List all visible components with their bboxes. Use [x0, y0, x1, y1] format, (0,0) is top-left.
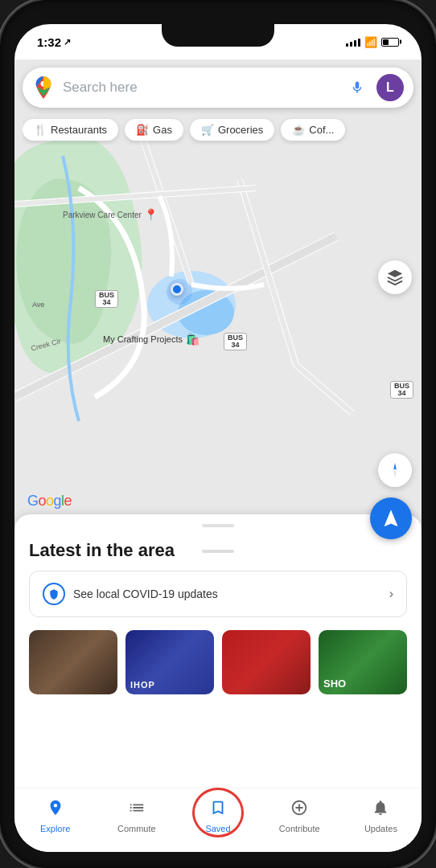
thumbnail-2[interactable]: IHOP	[125, 630, 214, 694]
coffee-icon: ☕	[292, 124, 305, 136]
ave-label: Ave	[32, 301, 44, 309]
drag-handle-bar	[202, 550, 234, 553]
coffee-label: Cof...	[309, 124, 334, 136]
compass-icon	[386, 461, 404, 479]
phone-frame: 1:32 ↗ 📶	[0, 0, 436, 868]
nav-explore[interactable]: Explore	[14, 792, 96, 840]
parkview-pin-icon: 📍	[144, 208, 158, 221]
covid-text: See local COVID-19 updates	[73, 588, 218, 600]
wifi-icon: 📶	[364, 36, 377, 48]
navigate-icon	[380, 508, 401, 529]
gas-label: Gas	[153, 124, 172, 136]
svg-marker-3	[393, 470, 397, 477]
updates-icon	[372, 799, 389, 821]
covid-banner[interactable]: See local COVID-19 updates ›	[29, 571, 407, 617]
thumbnails-row: IHOP SHO	[14, 630, 422, 694]
restaurants-icon: 🍴	[34, 124, 47, 136]
updates-label: Updates	[364, 824, 397, 833]
commute-icon	[128, 799, 146, 821]
time-display: 1:32	[37, 35, 61, 49]
signal-icon	[346, 37, 360, 47]
explore-label: Explore	[40, 824, 70, 833]
groceries-icon: 🛒	[201, 124, 214, 136]
sho-label: SHO	[323, 678, 346, 690]
navigate-button[interactable]	[370, 497, 412, 539]
search-placeholder: Search here	[63, 80, 344, 96]
crafting-projects-label: My Crafting Projects 🛍️	[103, 333, 199, 346]
compass-button[interactable]	[378, 453, 412, 487]
latest-title: Latest in the area	[14, 527, 422, 571]
groceries-pill[interactable]: 🛒 Groceries	[190, 119, 274, 141]
layers-button[interactable]	[378, 260, 412, 294]
google-logo: Google	[27, 493, 72, 510]
bus-shield-3: BUS 34	[390, 381, 413, 399]
gas-icon: ⛽	[136, 124, 149, 136]
groceries-label: Groceries	[218, 124, 263, 136]
ihop-label: IHOP	[130, 680, 155, 690]
nav-commute[interactable]: Commute	[96, 792, 177, 840]
shopping-bag-icon: 🛍️	[186, 333, 199, 346]
notch	[162, 24, 274, 47]
thumbnail-4[interactable]: SHO	[319, 630, 407, 694]
bottom-nav: Explore Commute Saved	[14, 788, 422, 852]
screen-content: BUS 34 BUS 34 BUS 34 Parkview Care Cente…	[14, 59, 422, 852]
microphone-button[interactable]	[344, 75, 370, 100]
thumbnail-3[interactable]	[222, 630, 311, 694]
covid-arrow-icon: ›	[389, 587, 393, 601]
contribute-icon	[290, 799, 308, 821]
svg-marker-2	[393, 463, 397, 470]
thumbnail-1[interactable]	[29, 630, 117, 694]
gas-pill[interactable]: ⛽ Gas	[125, 119, 183, 141]
search-bar[interactable]: Search here L	[23, 68, 413, 108]
saved-icon	[209, 799, 227, 821]
microphone-icon	[350, 80, 364, 95]
parkview-label: Parkview Care Center 📍	[63, 208, 158, 221]
commute-label: Commute	[117, 824, 156, 833]
user-location-dot	[171, 283, 183, 296]
restaurants-pill[interactable]: 🍴 Restaurants	[23, 119, 118, 141]
status-time: 1:32 ↗	[37, 35, 71, 49]
coffee-pill[interactable]: ☕ Cof...	[281, 119, 345, 141]
location-arrow-icon: ↗	[64, 37, 71, 47]
restaurants-label: Restaurants	[51, 124, 107, 136]
shield-icon	[43, 583, 65, 605]
battery-icon	[381, 38, 399, 47]
google-maps-logo-icon	[32, 76, 55, 99]
saved-label: Saved	[205, 824, 230, 833]
bus-shield-2: BUS 34	[224, 333, 247, 350]
user-avatar[interactable]: L	[376, 74, 404, 101]
nav-contribute[interactable]: Contribute	[259, 792, 340, 840]
contribute-label: Contribute	[279, 824, 320, 833]
bus-shield-1: BUS 34	[95, 290, 118, 308]
status-icons: 📶	[346, 36, 399, 48]
covid-left: See local COVID-19 updates	[43, 583, 218, 605]
layers-icon	[386, 268, 404, 286]
nav-updates[interactable]: Updates	[340, 792, 422, 840]
category-pills: 🍴 Restaurants ⛽ Gas 🛒 Groceries ☕ Cof...	[23, 114, 422, 145]
nav-saved[interactable]: Saved	[177, 792, 258, 840]
shield-svg	[48, 588, 60, 600]
explore-icon	[47, 799, 64, 821]
